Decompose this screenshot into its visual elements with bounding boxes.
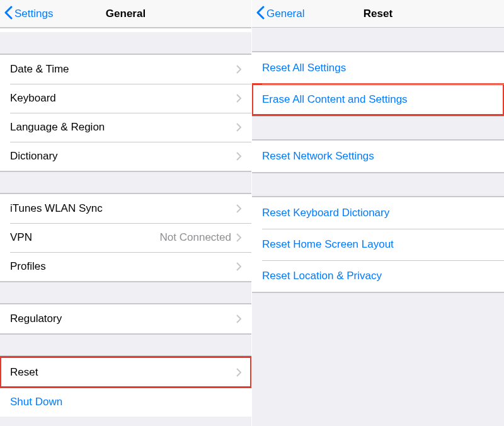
group-reset-network: Reset Network Settings [252, 140, 504, 173]
back-label: Settings [14, 8, 53, 20]
chevron-left-icon [4, 6, 14, 23]
group-locale: Date & Time Keyboard Language & Region D… [0, 54, 251, 171]
row-reset-home-screen-layout[interactable]: Reset Home Screen Layout [252, 229, 504, 260]
row-label: Language & Region [10, 121, 236, 134]
row-label: Reset Keyboard Dictionary [262, 207, 494, 219]
chevron-right-icon [236, 204, 241, 213]
general-list: Date & Time Keyboard Language & Region D… [0, 28, 251, 426]
row-value: Not Connected [160, 231, 231, 244]
page-title-general: General [106, 8, 146, 20]
row-label: Dictionary [10, 150, 236, 163]
reset-list: Reset All Settings Erase All Content and… [252, 28, 504, 426]
row-reset-location-privacy[interactable]: Reset Location & Privacy [252, 260, 504, 292]
group-reset-misc: Reset Keyboard Dictionary Reset Home Scr… [252, 197, 504, 292]
group-reset-top: Reset All Settings Erase All Content and… [252, 52, 504, 116]
section-gap [0, 282, 251, 304]
chevron-right-icon [236, 94, 241, 103]
row-language-region[interactable]: Language & Region [0, 113, 251, 142]
row-vpn[interactable]: VPN Not Connected [0, 223, 251, 252]
row-reset-network-settings[interactable]: Reset Network Settings [252, 141, 504, 172]
row-dictionary[interactable]: Dictionary [0, 142, 251, 171]
row-profiles[interactable]: Profiles [0, 252, 251, 281]
page-title-reset: Reset [364, 8, 392, 20]
section-gap [0, 32, 251, 54]
row-label: Reset Network Settings [262, 150, 494, 163]
chevron-right-icon [236, 368, 241, 377]
screen-reset: General Reset Reset All Settings Erase A… [252, 0, 504, 426]
row-label: Keyboard [10, 92, 236, 105]
row-label: Reset All Settings [262, 62, 494, 74]
navbar-general: Settings General [0, 0, 251, 28]
section-gap [0, 171, 251, 193]
row-label: Profiles [10, 260, 236, 273]
row-label: Reset Home Screen Layout [262, 238, 494, 251]
chevron-right-icon [236, 152, 241, 161]
section-gap [252, 28, 504, 52]
row-reset-all-settings[interactable]: Reset All Settings [252, 52, 504, 84]
screen-general: Settings General Date & Time Keyboard La… [0, 0, 252, 426]
navbar-reset: General Reset [252, 0, 504, 28]
chevron-right-icon [236, 65, 241, 74]
section-gap [0, 334, 251, 356]
section-gap [252, 173, 504, 197]
chevron-left-icon [256, 6, 266, 23]
section-gap [252, 116, 504, 140]
section-gap [252, 292, 504, 316]
group-sync: iTunes WLAN Sync VPN Not Connected Profi… [0, 193, 251, 282]
chevron-right-icon [236, 233, 241, 242]
row-label: VPN [10, 231, 160, 244]
group-reset: Reset Shut Down [0, 356, 251, 417]
chevron-right-icon [236, 262, 241, 271]
row-label: Reset [10, 366, 236, 379]
cutoff-row [0, 28, 251, 32]
back-to-settings[interactable]: Settings [4, 0, 53, 28]
row-label: Date & Time [10, 63, 236, 76]
chevron-right-icon [236, 123, 241, 132]
group-regulatory: Regulatory [0, 304, 251, 334]
back-to-general[interactable]: General [256, 0, 304, 28]
row-label: Regulatory [10, 313, 236, 325]
row-label: iTunes WLAN Sync [10, 202, 236, 215]
two-screen-container: Settings General Date & Time Keyboard La… [0, 0, 504, 426]
row-reset[interactable]: Reset [0, 357, 251, 388]
row-label: Erase All Content and Settings [262, 93, 494, 106]
chevron-right-icon [236, 314, 241, 323]
row-keyboard[interactable]: Keyboard [0, 84, 251, 113]
row-regulatory[interactable]: Regulatory [0, 304, 251, 333]
row-label: Shut Down [10, 396, 241, 408]
row-date-time[interactable]: Date & Time [0, 55, 251, 84]
row-reset-keyboard-dictionary[interactable]: Reset Keyboard Dictionary [252, 197, 504, 229]
row-shut-down[interactable]: Shut Down [0, 388, 251, 417]
row-label: Reset Location & Privacy [262, 270, 494, 282]
back-label: General [266, 8, 304, 20]
row-itunes-wlan-sync[interactable]: iTunes WLAN Sync [0, 194, 251, 223]
row-erase-all-content[interactable]: Erase All Content and Settings [252, 84, 504, 115]
